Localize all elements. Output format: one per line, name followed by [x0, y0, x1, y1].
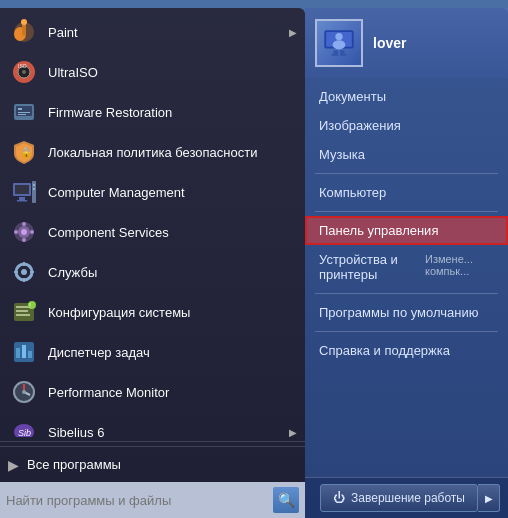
- right-sep-4: [315, 331, 498, 332]
- all-programs-item[interactable]: ▶ Все программы: [0, 446, 305, 482]
- svg-rect-12: [18, 114, 26, 115]
- right-link-control-panel[interactable]: Панель управления: [305, 216, 508, 245]
- sibelius-arrow: ▶: [289, 427, 297, 438]
- right-bottom: ⏻ Завершение работы ▶: [305, 477, 508, 518]
- svg-point-26: [14, 230, 18, 234]
- paint-label: Paint: [48, 25, 285, 40]
- right-link-default-programs[interactable]: Программы по умолчанию: [305, 298, 508, 327]
- taskmgr-label: Диспетчер задач: [48, 345, 297, 360]
- shutdown-arrow-icon: ▶: [485, 493, 493, 504]
- user-name: lover: [373, 35, 406, 51]
- menu-item-perfmon[interactable]: Performance Monitor: [0, 372, 305, 412]
- menu-item-firmware[interactable]: Firmware Restoration: [0, 92, 305, 132]
- svg-rect-58: [332, 54, 338, 56]
- svg-point-23: [21, 229, 27, 235]
- right-panel: lover Документы Изображения Музыка Компь…: [305, 8, 508, 518]
- computer-mgmt-icon: [8, 176, 40, 208]
- right-link-computer[interactable]: Компьютер: [305, 178, 508, 207]
- svg-point-25: [22, 238, 26, 242]
- shutdown-arrow-button[interactable]: ▶: [478, 484, 500, 512]
- all-programs-arrow-icon: ▶: [8, 457, 19, 473]
- paint-icon: [8, 16, 40, 48]
- right-link-devices[interactable]: Устройства и принтеры Измене... компьк..…: [305, 245, 508, 289]
- svg-point-55: [333, 40, 346, 49]
- component-svc-label: Component Services: [48, 225, 297, 240]
- svg-rect-19: [33, 184, 35, 186]
- svg-rect-10: [18, 108, 22, 110]
- menu-item-sibelius[interactable]: Sib Sibelius 6 ▶: [0, 412, 305, 437]
- shutdown-icon: ⏻: [333, 491, 345, 505]
- menu-item-security[interactable]: 🔒 Локальная политика безопасности: [0, 132, 305, 172]
- right-link-images[interactable]: Изображения: [305, 111, 508, 140]
- menu-item-services[interactable]: Службы: [0, 252, 305, 292]
- left-panel: Paint ▶ ISO UltraISO: [0, 8, 305, 518]
- firmware-label: Firmware Restoration: [48, 105, 297, 120]
- menu-item-ultraiso[interactable]: ISO UltraISO: [0, 52, 305, 92]
- svg-rect-15: [15, 185, 29, 194]
- svg-rect-17: [17, 200, 27, 202]
- right-sep-1: [315, 173, 498, 174]
- menu-item-config[interactable]: ! Конфигурация системы: [0, 292, 305, 332]
- svg-rect-56: [334, 50, 339, 54]
- right-link-devices-label: Устройства и принтеры: [319, 252, 421, 282]
- start-menu: Paint ▶ ISO UltraISO: [0, 8, 508, 518]
- svg-rect-57: [340, 50, 345, 54]
- svg-point-6: [22, 70, 26, 74]
- shutdown-button[interactable]: ⏻ Завершение работы: [320, 484, 478, 512]
- svg-point-48: [22, 390, 26, 394]
- svg-rect-31: [23, 278, 25, 282]
- svg-rect-42: [22, 345, 26, 358]
- svg-rect-32: [14, 271, 18, 273]
- user-area: lover: [305, 8, 508, 78]
- svg-rect-20: [33, 188, 35, 190]
- sibelius-label: Sibelius 6: [48, 425, 285, 438]
- ultraiso-icon: ISO: [8, 56, 40, 88]
- sibelius-icon: Sib: [8, 416, 40, 437]
- menu-item-computer-mgmt[interactable]: Computer Management: [0, 172, 305, 212]
- search-bar: 🔍: [0, 482, 305, 518]
- taskmgr-icon: [8, 336, 40, 368]
- menu-item-paint[interactable]: Paint ▶: [0, 12, 305, 52]
- svg-point-54: [335, 33, 342, 40]
- menu-item-component-svc[interactable]: Component Services: [0, 212, 305, 252]
- svg-text:Sib: Sib: [18, 428, 31, 437]
- svg-text:🔒: 🔒: [20, 146, 33, 159]
- search-icon: 🔍: [278, 492, 295, 508]
- security-icon: 🔒: [8, 136, 40, 168]
- svg-rect-16: [19, 197, 25, 200]
- right-link-help[interactable]: Справка и поддержка: [305, 336, 508, 365]
- perfmon-icon: [8, 376, 40, 408]
- firmware-icon: [8, 96, 40, 128]
- svg-rect-43: [28, 351, 32, 358]
- svg-rect-41: [16, 348, 20, 358]
- menu-item-taskmgr[interactable]: Диспетчер задач: [0, 332, 305, 372]
- svg-point-3: [21, 19, 27, 25]
- svg-rect-11: [18, 112, 30, 113]
- right-links: Документы Изображения Музыка Компьютер П…: [305, 78, 508, 477]
- svg-text:!: !: [29, 302, 31, 309]
- config-icon: !: [8, 296, 40, 328]
- right-link-devices-sub: Измене... компьк...: [425, 253, 494, 277]
- svg-rect-36: [16, 310, 28, 312]
- avatar: [315, 19, 363, 67]
- right-sep-3: [315, 293, 498, 294]
- svg-rect-59: [340, 54, 346, 56]
- search-input[interactable]: [6, 493, 273, 508]
- menu-items-list: Paint ▶ ISO UltraISO: [0, 8, 305, 437]
- right-link-music[interactable]: Музыка: [305, 140, 508, 169]
- services-label: Службы: [48, 265, 297, 280]
- shutdown-label: Завершение работы: [351, 491, 465, 505]
- svg-point-27: [30, 230, 34, 234]
- all-programs-label: Все программы: [27, 457, 121, 472]
- search-button[interactable]: 🔍: [273, 487, 299, 513]
- left-separator: [0, 441, 305, 442]
- perfmon-label: Performance Monitor: [48, 385, 297, 400]
- right-link-documents[interactable]: Документы: [305, 82, 508, 111]
- component-svc-icon: [8, 216, 40, 248]
- paint-arrow: ▶: [289, 27, 297, 38]
- svg-point-24: [22, 222, 26, 226]
- computer-mgmt-label: Computer Management: [48, 185, 297, 200]
- svg-rect-30: [23, 262, 25, 266]
- security-label: Локальная политика безопасности: [48, 145, 297, 160]
- config-label: Конфигурация системы: [48, 305, 297, 320]
